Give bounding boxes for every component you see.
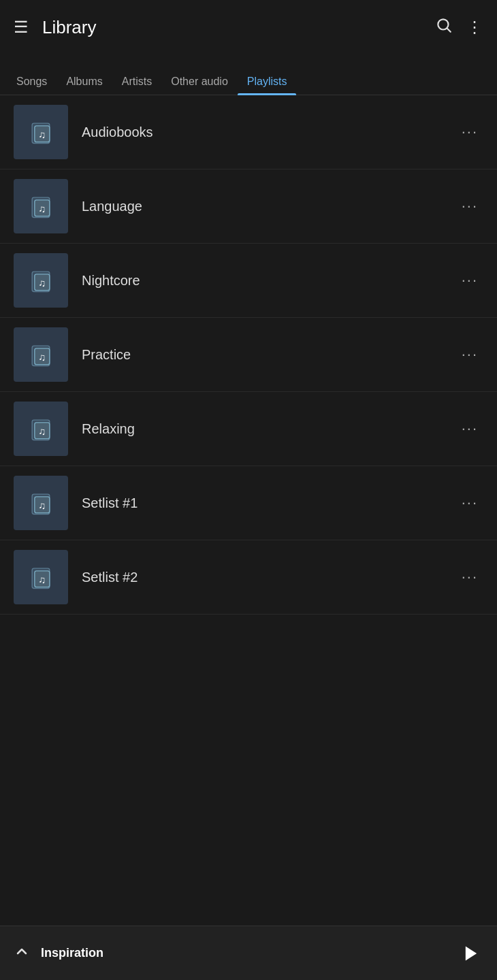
more-options-icon[interactable]: ⋮ xyxy=(466,18,483,37)
svg-text:♫: ♫ xyxy=(38,129,46,140)
playlist-list: ♫ Audiobooks··· ♫ Language··· ♫ xyxy=(0,95,497,926)
playlist-name: Setlist #1 xyxy=(82,495,456,511)
playlist-icon: ♫ xyxy=(14,253,68,308)
playlist-more-icon[interactable]: ··· xyxy=(456,563,483,591)
playlist-name: Language xyxy=(82,199,456,214)
playlist-icon: ♫ xyxy=(14,327,68,382)
list-item[interactable]: ♫ Practice··· xyxy=(0,318,497,392)
playlist-name: Relaxing xyxy=(82,421,456,437)
playlist-name: Audiobooks xyxy=(82,125,456,140)
now-playing-bar[interactable]: Inspiration xyxy=(0,926,497,980)
tab-bar: Songs Albums Artists Other audio Playlis… xyxy=(0,54,497,95)
collapse-icon[interactable] xyxy=(14,943,30,963)
tab-artists[interactable]: Artists xyxy=(112,69,161,95)
tab-other-audio[interactable]: Other audio xyxy=(161,69,238,95)
svg-text:♫: ♫ xyxy=(38,574,46,585)
list-item[interactable]: ♫ Nightcore··· xyxy=(0,244,497,318)
list-item[interactable]: ♫ Audiobooks··· xyxy=(0,95,497,169)
svg-marker-23 xyxy=(466,946,477,960)
app-header: ☰ Library ⋮ xyxy=(0,0,497,54)
page-title: Library xyxy=(42,17,435,38)
playlist-more-icon[interactable]: ··· xyxy=(456,340,483,369)
svg-text:♫: ♫ xyxy=(38,352,46,363)
playlist-name: Practice xyxy=(82,347,456,363)
svg-text:♫: ♫ xyxy=(38,500,46,511)
svg-text:♫: ♫ xyxy=(38,203,46,214)
tab-albums[interactable]: Albums xyxy=(57,69,112,95)
playlist-more-icon[interactable]: ··· xyxy=(456,266,483,295)
play-button[interactable] xyxy=(459,941,483,966)
playlist-icon: ♫ xyxy=(14,402,68,456)
playlist-more-icon[interactable]: ··· xyxy=(456,192,483,220)
menu-icon[interactable]: ☰ xyxy=(14,19,29,35)
playlist-icon: ♫ xyxy=(14,105,68,159)
svg-text:♫: ♫ xyxy=(38,278,46,289)
svg-line-1 xyxy=(447,29,451,32)
list-item[interactable]: ♫ Language··· xyxy=(0,169,497,244)
search-icon[interactable] xyxy=(435,16,453,38)
playlist-icon: ♫ xyxy=(14,550,68,604)
playlist-name: Nightcore xyxy=(82,273,456,289)
svg-point-0 xyxy=(438,19,448,29)
tab-songs[interactable]: Songs xyxy=(7,69,57,95)
list-item[interactable]: ♫ Setlist #2··· xyxy=(0,540,497,615)
tab-playlists[interactable]: Playlists xyxy=(238,69,297,95)
now-playing-title: Inspiration xyxy=(41,946,459,960)
playlist-more-icon[interactable]: ··· xyxy=(456,118,483,146)
list-item[interactable]: ♫ Setlist #1··· xyxy=(0,466,497,540)
playlist-icon: ♫ xyxy=(14,476,68,530)
svg-text:♫: ♫ xyxy=(38,426,46,437)
playlist-more-icon[interactable]: ··· xyxy=(456,489,483,517)
list-item[interactable]: ♫ Relaxing··· xyxy=(0,392,497,466)
playlist-icon: ♫ xyxy=(14,179,68,233)
playlist-more-icon[interactable]: ··· xyxy=(456,414,483,443)
playlist-name: Setlist #2 xyxy=(82,570,456,585)
